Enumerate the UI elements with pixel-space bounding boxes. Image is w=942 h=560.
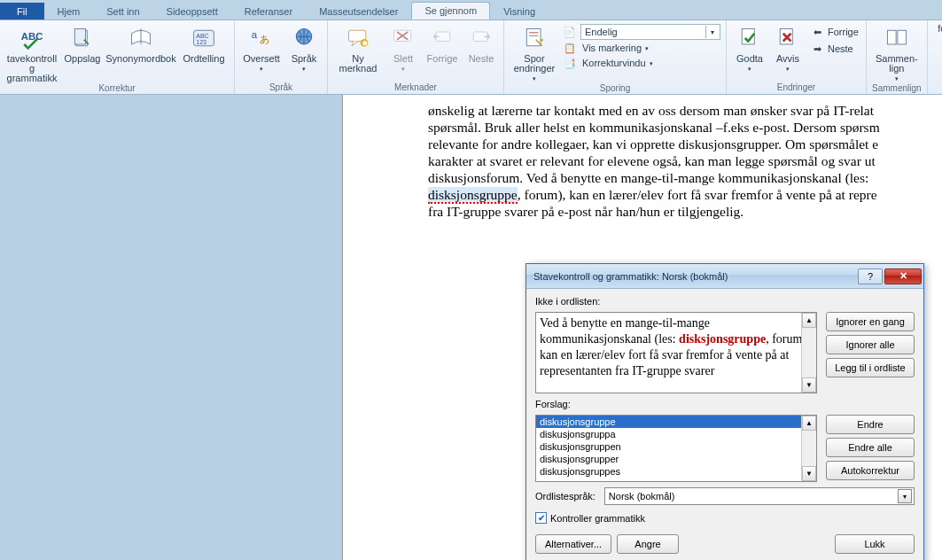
- undo-button[interactable]: Angre: [617, 534, 679, 554]
- language-button[interactable]: Språk ▾: [286, 22, 322, 74]
- tab-home[interactable]: Hjem: [44, 3, 94, 19]
- dict-language-value: Norsk (bokmål): [609, 491, 675, 502]
- close-button[interactable]: Lukk: [835, 534, 915, 554]
- scrollbar[interactable]: ▲ ▼: [801, 313, 816, 393]
- display-for-review-value: Endelig: [585, 27, 618, 37]
- group-tracking-label: Sporing: [510, 83, 720, 95]
- dropdown-icon: ▾: [260, 64, 263, 74]
- not-in-dict-textbox[interactable]: Ved å benytte en mange-til-mange kommuni…: [535, 312, 817, 393]
- next-comment-button[interactable]: Neste: [464, 22, 498, 64]
- dropdown-icon: ▾: [401, 64, 405, 74]
- new-comment-button[interactable]: ✸ Ny merknad: [333, 22, 383, 74]
- suggestion-item[interactable]: diskusjonsgruppen: [536, 440, 816, 453]
- ribbon: ABC tavekontroll g grammatikk Oppslag Sy…: [0, 19, 942, 95]
- suggestions-listbox[interactable]: diskusjonsgruppe diskusjonsgruppa diskus…: [535, 415, 817, 482]
- suggestion-item[interactable]: diskusjonsgruppe: [536, 416, 816, 428]
- group-comments-label: Merknader: [333, 82, 498, 94]
- new-comment-icon: ✸: [344, 24, 372, 52]
- not-in-dict-label: Ikke i ordlisten:: [535, 296, 817, 307]
- tab-insert[interactable]: Sett inn: [93, 3, 152, 19]
- document-body[interactable]: ønskelig at lærerne tar kontakt med en a…: [428, 102, 942, 220]
- group-compare-label: Sammenlign: [872, 83, 922, 95]
- prev-change-button[interactable]: ⬅ Forrige: [808, 24, 860, 40]
- svg-text:a: a: [252, 29, 258, 40]
- scroll-down-icon[interactable]: ▼: [802, 377, 816, 393]
- svg-text:123: 123: [196, 39, 206, 45]
- group-changes: Godta ▾ Avvis ▾ ⬅ Forrige ➡ Neste: [727, 20, 867, 94]
- autocorrect-button[interactable]: Autokorrektur: [826, 461, 915, 480]
- suggestion-item[interactable]: diskusjonsgrupper: [536, 453, 816, 465]
- accept-button[interactable]: Godta ▾: [732, 22, 767, 74]
- group-proofing-label: Korrektur: [5, 83, 229, 95]
- dialog-close-button[interactable]: ✕: [884, 268, 922, 284]
- check-grammar-checkbox[interactable]: ✔: [535, 512, 547, 524]
- scroll-down-icon[interactable]: ▼: [802, 466, 816, 481]
- dropdown-icon: ▾: [533, 74, 536, 83]
- suggestion-item[interactable]: diskusjonsgruppa: [536, 428, 816, 440]
- compare-icon: [883, 24, 911, 52]
- research-icon: [68, 24, 97, 52]
- tab-mailings[interactable]: Masseutsendelser: [306, 3, 411, 19]
- scroll-up-icon[interactable]: ▲: [802, 313, 816, 328]
- wordcount-button[interactable]: ABC123 Ordtelling: [179, 22, 229, 64]
- dialog-help-button[interactable]: ?: [858, 268, 883, 284]
- thesaurus-button[interactable]: Synonymordbok: [106, 22, 175, 64]
- options-label: Alternativer...: [545, 539, 602, 549]
- close-icon: ✕: [899, 270, 907, 282]
- change-button[interactable]: Endre: [826, 415, 915, 434]
- scroll-up-icon[interactable]: ▲: [802, 416, 816, 431]
- options-button[interactable]: Alternativer...: [535, 534, 611, 554]
- tab-view[interactable]: Visning: [490, 3, 549, 19]
- group-tracking: Spor endringer ▾ 📄 Endelig ▾ 📋 Vis marke…: [504, 20, 727, 94]
- ignore-once-button[interactable]: Ignorer en gang: [826, 312, 915, 331]
- reviewing-pane-button[interactable]: Korrekturvindu ▾: [580, 58, 655, 69]
- delete-comment-button[interactable]: Slett ▾: [386, 22, 420, 74]
- tab-page-layout[interactable]: Sideoppsett: [153, 3, 231, 19]
- svg-text:あ: あ: [260, 34, 269, 44]
- show-markup-button[interactable]: Vis markering ▾: [580, 43, 650, 54]
- translate-button[interactable]: aあ Oversett ▾: [240, 22, 283, 74]
- compare-button[interactable]: Sammen- lign ▾: [872, 22, 922, 83]
- prev-change-icon: ⬅: [810, 25, 824, 39]
- ignore-all-label: Ignorer alle: [845, 339, 894, 350]
- translate-label: Oversett: [243, 54, 280, 64]
- add-to-dict-label: Legg til i ordliste: [835, 362, 906, 373]
- prev-comment-button[interactable]: Forrige: [424, 22, 461, 64]
- change-all-button[interactable]: Endre alle: [826, 438, 915, 457]
- tab-file[interactable]: Fil: [0, 3, 44, 19]
- ignore-all-button[interactable]: Ignorer alle: [826, 335, 915, 354]
- scrollbar[interactable]: ▲ ▼: [801, 416, 816, 481]
- reviewing-pane-label: Korrekturvindu: [582, 58, 646, 68]
- thesaurus-label: Synonymordbok: [105, 54, 176, 64]
- check-grammar-label: Kontroller grammatikk: [550, 513, 645, 524]
- doc-error-word[interactable]: disksjonsgruppe: [428, 187, 518, 204]
- next-change-button[interactable]: ➡ Neste: [808, 41, 860, 57]
- reject-label: Avvis: [776, 54, 799, 64]
- help-icon: ?: [868, 271, 873, 282]
- suggestion-item[interactable]: diskusjonsgruppes: [536, 465, 816, 478]
- dict-language-combo[interactable]: Norsk (bokmål) ▾: [604, 487, 915, 505]
- dialog-titlebar[interactable]: Stavekontroll og grammatikk: Norsk (bokm…: [526, 264, 923, 289]
- track-changes-button[interactable]: Spor endringer ▾: [510, 22, 559, 83]
- ribbon-tabbar: Fil Hjem Sett inn Sideoppsett Referanser…: [0, 0, 942, 19]
- group-compare: Sammen- lign ▾ Sammenlign: [867, 20, 928, 94]
- tab-references[interactable]: Referanser: [231, 3, 306, 19]
- display-for-review-icon: 📄: [563, 25, 577, 39]
- research-button[interactable]: Oppslag: [62, 22, 103, 64]
- autocorrect-label: Autokorrektur: [841, 465, 899, 476]
- display-for-review-combo[interactable]: Endelig ▾: [580, 24, 720, 40]
- thesaurus-icon: [127, 24, 155, 52]
- spelling-dialog: Stavekontroll og grammatikk: Norsk (bokm…: [525, 263, 924, 560]
- accept-icon: [736, 24, 764, 52]
- prev-change-label: Forrige: [828, 27, 859, 37]
- compare-label: Sammen- lign: [876, 54, 918, 74]
- reject-button[interactable]: Avvis ▾: [771, 22, 805, 74]
- delete-comment-icon: [389, 24, 417, 52]
- svg-text:ABC: ABC: [196, 33, 208, 39]
- protect-button[interactable]: fo: [933, 22, 942, 34]
- tab-review[interactable]: Se gjennom: [411, 2, 490, 19]
- spellcheck-button[interactable]: ABC tavekontroll g grammatikk: [5, 22, 58, 83]
- group-language-label: Språk: [240, 82, 322, 94]
- add-to-dict-button[interactable]: Legg til i ordliste: [826, 358, 915, 377]
- svg-text:✸: ✸: [362, 39, 369, 48]
